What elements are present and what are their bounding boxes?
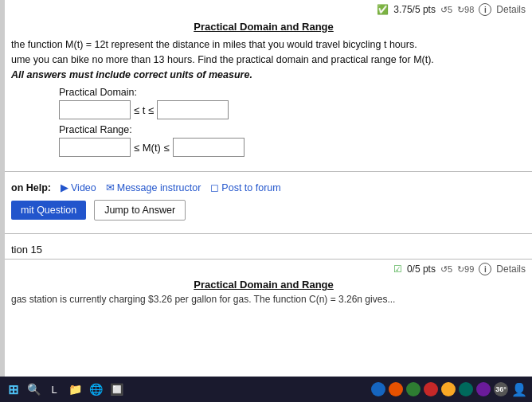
taskbar-l-icon[interactable]: L	[46, 381, 62, 397]
question-text-1: the function M(t) = 12t represent the di…	[11, 37, 516, 82]
taskbar-dot-orange[interactable]	[389, 382, 403, 396]
domain-left-input[interactable]	[59, 100, 131, 119]
bottom-score-bar: ☑ 0/5 pts ↺5 ↻99 i Details	[5, 259, 532, 277]
score-check-icon: ✅	[377, 4, 389, 15]
help-label: on Help:	[11, 182, 51, 193]
help-row: on Help: ▶ Video ✉ Message instructor ◻ …	[5, 178, 532, 197]
q15-undo-icon[interactable]: ↺5	[440, 264, 452, 275]
next-question-text: gas station is currently charging $3.26 …	[11, 294, 516, 305]
taskbar-temperature: 36°	[494, 382, 508, 396]
jump-to-answer-button[interactable]: Jump to Answer	[94, 200, 186, 221]
question-15-label: tion 15	[11, 244, 42, 256]
question-15-bar: tion 15	[5, 240, 532, 259]
post-link[interactable]: ◻ Post to forum	[210, 181, 280, 193]
info-icon[interactable]: i	[479, 3, 491, 16]
message-link[interactable]: ✉ Message instructor	[106, 181, 201, 193]
submit-button[interactable]: mit Question	[11, 201, 86, 220]
taskbar-search-icon[interactable]: 🔍	[25, 381, 41, 397]
post-label: Post to forum	[221, 182, 280, 193]
domain-right-input[interactable]	[157, 100, 229, 119]
question-title: Practical Domain and Range	[11, 21, 516, 33]
details-link[interactable]: Details	[496, 4, 526, 15]
domain-section: Practical Domain: ≤ t ≤	[59, 87, 516, 119]
taskbar-browser-icon[interactable]: 🌐	[88, 381, 104, 397]
range-input-row: ≤ M(t) ≤	[59, 138, 516, 157]
video-label: Video	[71, 182, 96, 193]
q15-score-value: 0/5 pts	[407, 263, 436, 275]
post-icon: ◻	[210, 181, 219, 193]
taskbar-user-icon[interactable]: 👤	[511, 381, 527, 397]
question-italic: All answers must include correct units o…	[11, 69, 252, 80]
buttons-row: mit Question Jump to Answer	[5, 197, 532, 227]
refresh-icon[interactable]: ↻98	[457, 5, 474, 15]
taskbar-dot-red[interactable]	[424, 382, 438, 396]
range-left-input[interactable]	[59, 138, 131, 157]
video-play-icon: ▶	[61, 181, 68, 193]
q15-details-link[interactable]: Details	[496, 263, 526, 275]
next-question-block: Practical Domain and Range gas station i…	[5, 277, 532, 306]
range-label: Practical Range:	[59, 124, 516, 135]
taskbar-dot-teal[interactable]	[459, 382, 473, 396]
taskbar-dot-green[interactable]	[406, 382, 421, 396]
score-value: 3.75/5 pts	[393, 4, 436, 15]
left-edge-bar	[0, 0, 5, 402]
domain-inequality: ≤ t ≤	[134, 104, 154, 116]
question-line2: ume you can bike no more than 13 hours. …	[11, 54, 434, 65]
top-score-bar: ✅ 3.75/5 pts ↺5 ↻98 i Details	[5, 0, 532, 18]
range-right-input[interactable]	[173, 138, 244, 157]
taskbar-folder-icon[interactable]: 📁	[67, 381, 83, 397]
windows-start-icon[interactable]: ⊞	[5, 381, 21, 397]
message-label: Message instructor	[117, 182, 201, 193]
question-line1: the function M(t) = 12t represent the di…	[11, 39, 417, 50]
undo-icon[interactable]: ↺5	[440, 5, 452, 15]
taskbar: ⊞ 🔍 L 📁 🌐 🔲 36° 👤	[0, 377, 532, 402]
main-content: ✅ 3.75/5 pts ↺5 ↻98 i Details Practical …	[5, 0, 532, 306]
q15-refresh-icon[interactable]: ↻99	[457, 264, 474, 275]
video-link[interactable]: ▶ Video	[61, 181, 96, 193]
question-block: Practical Domain and Range the function …	[5, 18, 532, 165]
taskbar-dot-purple[interactable]	[476, 382, 491, 396]
taskbar-dot-yellow[interactable]	[441, 382, 456, 396]
q15-info-icon[interactable]: i	[479, 263, 491, 275]
range-section: Practical Range: ≤ M(t) ≤	[59, 124, 516, 157]
q15-score-check: ☑	[393, 263, 402, 275]
taskbar-right: 36° 👤	[371, 381, 527, 397]
divider-1	[5, 171, 532, 172]
next-question-title: Practical Domain and Range	[11, 279, 516, 291]
page-wrapper: ✅ 3.75/5 pts ↺5 ↻98 i Details Practical …	[0, 0, 532, 402]
domain-input-row: ≤ t ≤	[59, 100, 516, 119]
message-icon: ✉	[106, 181, 115, 193]
divider-2	[5, 233, 532, 234]
domain-label: Practical Domain:	[59, 87, 516, 98]
taskbar-app-icon[interactable]: 🔲	[108, 381, 124, 397]
taskbar-dot-blue[interactable]	[371, 382, 385, 396]
range-inequality: ≤ M(t) ≤	[134, 142, 170, 154]
